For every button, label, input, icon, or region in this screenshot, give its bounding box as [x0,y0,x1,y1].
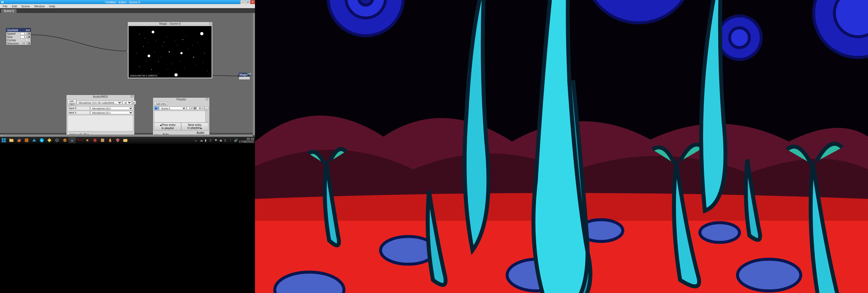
circles-checkbox[interactable]: ✓ [25,39,28,41]
node-header[interactable]: Magic [239,73,250,77]
start-button[interactable] [0,137,7,143]
audio-settings-button[interactable]: ▸ [132,101,136,105]
menu-edit[interactable]: Edit [10,5,19,8]
panel-title[interactable]: Playlist [153,98,209,101]
scrollbar[interactable] [205,111,208,122]
svg-text:S: S [41,140,42,142]
svg-point-74 [359,0,373,5]
node-header[interactable]: Starfield [6,28,31,32]
next-entry-button[interactable]: Next entry in playlist ▶ [181,123,208,130]
explorer-running-icon[interactable] [122,137,129,143]
preview-viewport: 1920x1080 60.0 1980072 [129,26,212,78]
svg-point-37 [158,73,158,74]
tray-usb-icon[interactable]: ⏏ [219,139,223,142]
menu-help[interactable]: Help [48,5,57,8]
input0-select[interactable]: Microphone (2) 0 [90,107,133,110]
menubar: File Edit Scene Window Help [0,4,255,8]
app-icon-2[interactable] [31,137,38,143]
app-icon-4[interactable] [54,137,61,143]
vlc-icon[interactable] [106,137,114,143]
tab-scene0[interactable]: Scene 0 [1,9,17,13]
param-starssec: Stars/sec ▴▾ [6,42,31,45]
preview-close-button[interactable]: ▫ [209,22,212,25]
preview-window[interactable]: Magic - Scene 0 ▫ [127,22,213,79]
skype-icon[interactable]: S [38,137,45,143]
tray-volume-icon[interactable]: 🔊 [234,139,237,142]
canvas-scrollbar-v[interactable] [253,13,255,135]
tray-bluetooth-icon[interactable]: ᛒ [210,139,213,142]
panel-title[interactable]: Audio/MIDI [66,95,134,98]
size-input[interactable] [20,35,28,38]
spinner[interactable]: ▴▾ [28,35,30,38]
node-opt-icon[interactable] [28,29,30,31]
svg-point-85 [730,28,749,48]
entry-val-a[interactable] [187,107,193,110]
taskbar-clock[interactable]: 20:18 17/08/2015 [239,138,254,143]
svg-point-40 [180,61,180,61]
clock-date: 17/08/2015 [239,140,254,143]
panel-toggle-icon[interactable] [131,95,133,98]
input1-select[interactable]: Microphone (2) 1 [90,111,133,114]
maximize-button[interactable]: ▭ [245,0,250,4]
menu-scene[interactable]: Scene [20,5,31,8]
node-canvas[interactable]: Starfield Speed ▴▾ Size ▴▾ Circles ✓ Sta… [0,13,253,133]
entry-remove-button[interactable]: − [205,107,208,110]
tray-wifi-icon[interactable]: ⋮ [229,139,232,142]
add-entry-button[interactable]: Add entry [154,102,168,106]
prev-entry-button[interactable]: ◀ Prev entry in playlist [154,123,181,130]
spinner[interactable]: ▴▾ [194,107,196,110]
panel-toggle-icon[interactable] [206,98,208,100]
svg-point-29 [196,65,197,66]
tray-network-icon[interactable]: ▮ [205,139,208,142]
tray-onedrive-icon[interactable]: ☁ [200,139,203,142]
akai-icon[interactable]: AKAI [76,137,83,143]
entry-val-b[interactable] [197,107,204,110]
explorer-icon[interactable] [8,137,15,143]
svg-point-27 [172,64,172,64]
buffer-select[interactable]: 480 [123,101,132,104]
minimize-button[interactable]: ─ [240,0,245,4]
svg-point-31 [162,46,163,47]
editor-window: M *Untitled - Editor - Scene 0 ─ ▭ ✕ Fil… [0,0,255,144]
flash-icon[interactable]: f [91,137,98,143]
close-button[interactable]: ✕ [250,0,255,4]
svg-point-5 [163,42,164,42]
spinner[interactable]: ▴▾ [28,42,30,45]
app-icon-5[interactable] [84,137,91,143]
entry-active-icon[interactable]: ▶ [154,106,159,110]
menu-window[interactable]: Window [33,5,46,8]
svg-rect-46 [9,139,13,142]
canvas-scrollbar-h[interactable]: 0 [0,135,253,137]
svg-point-23 [197,42,198,42]
blender-icon[interactable] [61,137,68,143]
node-starfield[interactable]: Starfield Speed ▴▾ Size ▴▾ Circles ✓ Sta… [6,28,31,45]
preview-titlebar[interactable]: Magic - Scene 0 ▫ [128,22,212,25]
audio-device-select[interactable]: Microphone (VIA HD Audio(Win8… [77,101,122,104]
spinner[interactable]: ▴▾ [28,32,30,35]
node-min-icon[interactable] [26,29,28,31]
tabbar: Scene 0 [0,8,255,13]
panel-audio-midi[interactable]: Audio/MIDI Add Input Microphone (VIA HD … [66,95,134,138]
app-icon-1[interactable] [23,137,30,143]
titlebar[interactable]: M *Untitled - Editor - Scene 0 ─ ▭ ✕ [0,0,255,4]
svg-point-36 [167,69,168,69]
svg-point-39 [203,62,203,63]
add-input-button[interactable]: Add Input [67,99,76,106]
tray-battery-icon[interactable]: ▯ [224,139,227,142]
tray-up-icon[interactable]: ▵ [195,139,198,142]
firefox-icon[interactable] [16,137,23,143]
starssec-input[interactable] [20,42,28,45]
tray-action-icon[interactable]: ⚑ [215,139,218,142]
svg-point-59 [86,139,88,141]
app-icon-6[interactable] [99,137,106,143]
svg-point-95 [700,223,739,242]
svg-point-30 [207,70,208,71]
app-icon-3[interactable] [46,137,53,143]
app-icon-7[interactable] [114,137,121,143]
entry-scene-select[interactable]: Scene 0 [159,107,186,110]
svg-rect-63 [109,140,111,140]
node-magic[interactable]: Magic [239,73,250,80]
menu-file[interactable]: File [1,5,9,8]
speed-input[interactable] [20,32,28,35]
magic-app-icon[interactable]: M [69,137,76,143]
